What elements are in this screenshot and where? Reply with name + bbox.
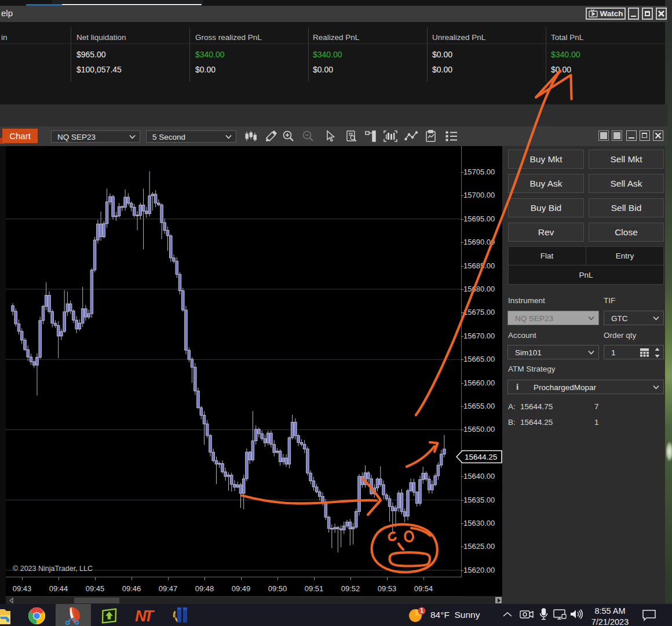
- svg-text:1: 1: [420, 607, 423, 614]
- svg-text:15644.25: 15644.25: [465, 453, 497, 461]
